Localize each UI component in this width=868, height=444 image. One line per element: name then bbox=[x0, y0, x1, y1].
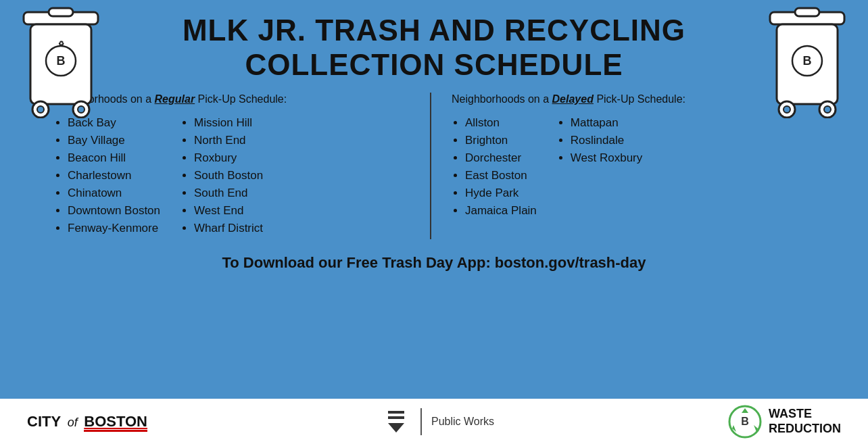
list-item: North End bbox=[194, 134, 263, 147]
main-area: ♻ B B MLK JR. TRASH AND RECYCLING COLLEC… bbox=[0, 0, 868, 399]
regular-col1: Back Bay Bay Village Beacon Hill Charles… bbox=[54, 116, 160, 239]
list-item: Mattapan bbox=[571, 116, 642, 130]
content-area: Neighborhoods on a Regular Pick-Up Sched… bbox=[54, 93, 814, 239]
regular-list1: Back Bay Bay Village Beacon Hill Charles… bbox=[54, 116, 160, 235]
svg-rect-19 bbox=[388, 411, 404, 414]
list-item: Fenway-Kenmore bbox=[68, 222, 160, 235]
delayed-col1: Allston Brighton Dorchester East Boston … bbox=[452, 116, 537, 222]
waste-reduction-icon: B bbox=[728, 405, 762, 439]
svg-text:B: B bbox=[803, 54, 812, 68]
delayed-list1: Allston Brighton Dorchester East Boston … bbox=[452, 116, 537, 218]
download-section: To Download our Free Trash Day App: bost… bbox=[20, 254, 848, 272]
footer-divider bbox=[420, 408, 422, 435]
list-item: South End bbox=[194, 187, 263, 200]
regular-schedule-section: Neighborhoods on a Regular Pick-Up Sched… bbox=[54, 93, 431, 239]
trash-icon-left: ♻ B bbox=[20, 7, 101, 121]
list-item: Roxbury bbox=[194, 151, 263, 165]
delayed-neighborhoods: Allston Brighton Dorchester East Boston … bbox=[452, 116, 814, 222]
list-item: Hyde Park bbox=[465, 187, 537, 200]
regular-schedule-title: Neighborhoods on a Regular Pick-Up Sched… bbox=[54, 93, 416, 107]
waste-reduction-text: WASTE REDUCTION bbox=[769, 407, 841, 436]
list-item: Charlestown bbox=[68, 169, 160, 182]
svg-marker-21 bbox=[388, 423, 404, 433]
waste-reduction-branding: B WASTE REDUCTION bbox=[728, 405, 841, 439]
page-header: MLK JR. TRASH AND RECYCLING COLLECTION S… bbox=[108, 14, 760, 82]
list-item: Allston bbox=[465, 116, 537, 130]
svg-point-6 bbox=[78, 106, 85, 113]
page-title: MLK JR. TRASH AND RECYCLING COLLECTION S… bbox=[108, 14, 760, 82]
list-item: West End bbox=[194, 204, 263, 218]
svg-rect-20 bbox=[388, 416, 404, 419]
trash-icon-right: B bbox=[767, 7, 848, 121]
list-item: Chinatown bbox=[68, 187, 160, 200]
list-item: Jamaica Plain bbox=[465, 204, 537, 218]
list-item: Downtown Boston bbox=[68, 204, 160, 218]
delayed-schedule-section: Neighborhoods on a Delayed Pick-Up Sched… bbox=[431, 93, 814, 239]
svg-text:B: B bbox=[741, 416, 749, 427]
list-item: Dorchester bbox=[465, 151, 537, 165]
regular-list2: Mission Hill North End Roxbury South Bos… bbox=[180, 116, 263, 235]
footer: CITY of BOSTON Public Works B WASTE bbox=[0, 399, 868, 444]
delayed-schedule-title: Neighborhoods on a Delayed Pick-Up Sched… bbox=[452, 93, 814, 107]
svg-point-14 bbox=[783, 106, 790, 113]
city-of-boston-text: CITY of BOSTON bbox=[27, 413, 147, 430]
svg-rect-11 bbox=[795, 8, 819, 16]
delayed-col2: Mattapan Roslindale West Roxbury bbox=[557, 116, 642, 222]
download-text: To Download our Free Trash Day App: bost… bbox=[20, 254, 848, 272]
list-item: East Boston bbox=[465, 169, 537, 182]
public-works-label: Public Works bbox=[431, 416, 494, 428]
list-item: Mission Hill bbox=[194, 116, 263, 130]
svg-point-16 bbox=[824, 106, 831, 113]
regular-col2: Mission Hill North End Roxbury South Bos… bbox=[180, 116, 263, 239]
list-item: Wharf District bbox=[194, 222, 263, 235]
regular-neighborhoods: Back Bay Bay Village Beacon Hill Charles… bbox=[54, 116, 416, 239]
public-works-section: Public Works bbox=[381, 407, 494, 437]
list-item: Beacon Hill bbox=[68, 151, 160, 165]
svg-text:B: B bbox=[57, 54, 66, 68]
delayed-list2: Mattapan Roslindale West Roxbury bbox=[557, 116, 642, 165]
svg-point-4 bbox=[37, 106, 44, 113]
list-item: Brighton bbox=[465, 134, 537, 147]
list-item: Bay Village bbox=[68, 134, 160, 147]
list-item: West Roxbury bbox=[571, 151, 642, 165]
city-of-boston-branding: CITY of BOSTON bbox=[27, 413, 147, 430]
svg-rect-1 bbox=[49, 8, 73, 16]
list-item: South Boston bbox=[194, 169, 263, 182]
list-item: Roslindale bbox=[571, 134, 642, 147]
public-works-icon bbox=[381, 407, 411, 437]
